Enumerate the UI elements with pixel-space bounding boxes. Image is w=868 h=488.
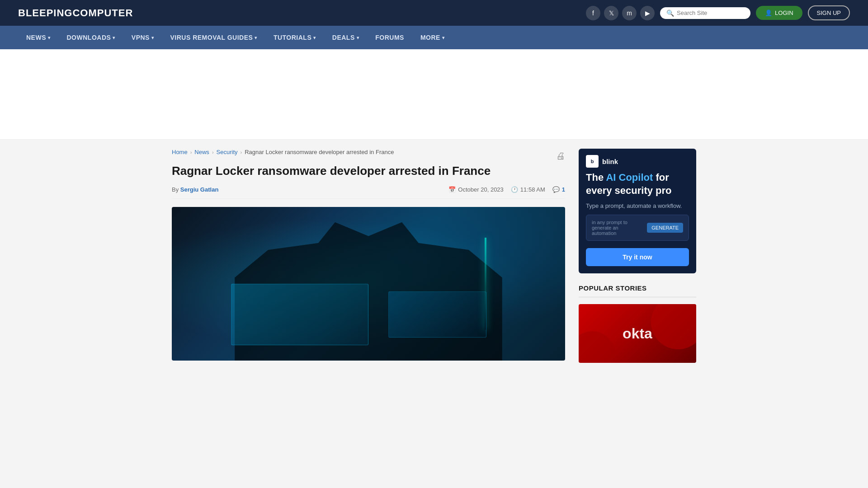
clock-icon: 🕐	[511, 186, 518, 193]
advertisement-banner	[0, 49, 868, 140]
breadcrumb: Home › News › Security › Ragnar Locker r…	[172, 149, 394, 155]
search-bar[interactable]: 🔍	[660, 7, 750, 19]
nav-item-news[interactable]: NEWS ▾	[18, 26, 59, 49]
breadcrumb-separator: ›	[241, 150, 242, 155]
breadcrumb-row: Home › News › Security › Ragnar Locker r…	[172, 149, 565, 164]
breadcrumb-current: Ragnar Locker ransomware developer arres…	[245, 149, 394, 155]
logo-bold: COMPUTER	[72, 7, 133, 19]
article-meta: By Sergiu Gatlan 📅 October 20, 2023 🕐 11…	[172, 186, 565, 199]
article-time: 🕐 11:58 AM	[511, 186, 545, 193]
popular-stories-title: POPULAR STORIES	[579, 284, 696, 298]
chevron-down-icon: ▾	[313, 35, 316, 40]
site-header: BLEEPINGCOMPUTER f 𝕏 m ▶ 🔍 👤 LOGIN SIGN …	[0, 0, 868, 26]
main-nav: NEWS ▾ DOWNLOADS ▾ VPNS ▾ VIRUS REMOVAL …	[0, 26, 868, 49]
okta-circle-decoration-2	[579, 331, 615, 363]
site-logo[interactable]: BLEEPINGCOMPUTER	[18, 7, 133, 19]
calendar-icon: 📅	[448, 186, 456, 193]
search-icon: 🔍	[666, 9, 674, 17]
blink-generate-button[interactable]: GENERATE	[647, 223, 683, 233]
chevron-down-icon: ▾	[357, 35, 359, 40]
logo-light: BLEEPING	[18, 7, 72, 19]
okta-logo: okta	[623, 325, 652, 342]
breadcrumb-separator: ›	[212, 150, 214, 155]
content-area: Home › News › Security › Ragnar Locker r…	[172, 149, 565, 363]
author-link[interactable]: Sergiu Gatlan	[180, 186, 219, 193]
chevron-down-icon: ▾	[255, 35, 257, 40]
article-comments: 💬 1	[552, 186, 565, 193]
blink-input-mock[interactable]: in any prompt to generate an automation …	[586, 215, 689, 241]
youtube-icon[interactable]: ▶	[640, 6, 655, 20]
blink-tagline: The AI Copilot for every security pro	[579, 171, 696, 201]
popular-stories: POPULAR STORIES okta	[579, 284, 696, 363]
blink-advertisement: b blink The AI Copilot for every securit…	[579, 149, 696, 273]
breadcrumb-separator: ›	[190, 150, 192, 155]
blink-logo-icon: b	[586, 155, 599, 168]
print-icon[interactable]: 🖨	[556, 151, 565, 161]
nav-item-tutorials[interactable]: TUTORIALS ▾	[265, 26, 324, 49]
nav-item-deals[interactable]: DEALS ▾	[324, 26, 367, 49]
comment-count-link[interactable]: 1	[562, 186, 565, 193]
screen-glow-left	[231, 284, 369, 345]
teal-light-effect	[485, 238, 486, 330]
blink-input-placeholder: in any prompt to generate an automation	[592, 220, 643, 236]
comment-icon: 💬	[552, 186, 560, 193]
screen-glow-right	[388, 291, 487, 338]
breadcrumb-home[interactable]: Home	[172, 149, 188, 155]
signup-button[interactable]: SIGN UP	[808, 5, 850, 20]
login-button[interactable]: 👤 LOGIN	[756, 6, 802, 20]
breadcrumb-security[interactable]: Security	[217, 149, 238, 155]
header-right: f 𝕏 m ▶ 🔍 👤 LOGIN SIGN UP	[586, 5, 850, 20]
facebook-icon[interactable]: f	[586, 6, 600, 20]
user-icon: 👤	[765, 9, 772, 16]
social-icons: f 𝕏 m ▶	[586, 6, 655, 20]
article-author: By Sergiu Gatlan	[172, 186, 218, 193]
article-date: 📅 October 20, 2023	[448, 186, 503, 193]
nav-item-forums[interactable]: FORUMS	[367, 26, 412, 49]
nav-item-virus-removal[interactable]: VIRUS REMOVAL GUIDES ▾	[162, 26, 265, 49]
chevron-down-icon: ▾	[113, 35, 115, 40]
blink-try-button[interactable]: Try it now	[586, 248, 689, 266]
nav-item-more[interactable]: MORE ▾	[412, 26, 453, 49]
chevron-down-icon: ▾	[48, 35, 51, 40]
breadcrumb-news[interactable]: News	[194, 149, 209, 155]
meta-right: 📅 October 20, 2023 🕐 11:58 AM 💬 1	[448, 186, 565, 193]
blink-brand-name: blink	[602, 158, 618, 165]
popular-story-thumbnail[interactable]: okta	[579, 304, 696, 363]
nav-item-downloads[interactable]: DOWNLOADS ▾	[59, 26, 123, 49]
main-container: Home › News › Security › Ragnar Locker r…	[163, 140, 705, 372]
chevron-down-icon: ▾	[151, 35, 154, 40]
nav-item-vpns[interactable]: VPNS ▾	[123, 26, 162, 49]
mastodon-icon[interactable]: m	[622, 6, 637, 20]
article-hero-image	[172, 207, 565, 361]
okta-circle-decoration-1	[651, 304, 696, 349]
article-title: Ragnar Locker ransomware developer arres…	[172, 164, 565, 179]
blink-header: b blink	[579, 149, 696, 171]
blink-subtext: Type a prompt, automate a workflow.	[579, 201, 696, 215]
twitter-icon[interactable]: 𝕏	[604, 6, 618, 20]
sidebar: b blink The AI Copilot for every securit…	[579, 149, 696, 363]
blink-ai-copilot-text: AI Copilot	[606, 172, 653, 183]
chevron-down-icon: ▾	[442, 35, 445, 40]
hacker-scene	[172, 207, 565, 361]
search-input[interactable]	[677, 9, 744, 16]
